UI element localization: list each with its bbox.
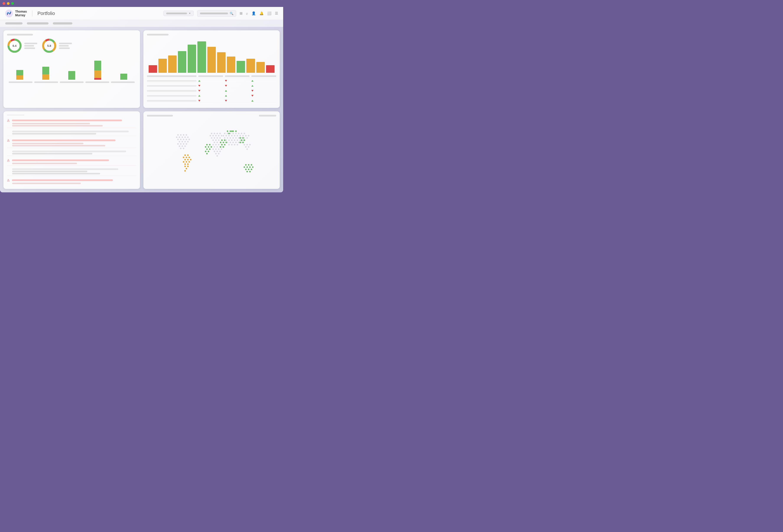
menu-icon[interactable]: ☰ [275,11,278,15]
donut-group-1: 6.4 [7,38,37,53]
svg-point-10 [180,134,181,136]
svg-point-72 [224,137,225,138]
alert-row-main: ⚠ [7,159,136,162]
svg-point-167 [221,144,222,145]
svg-point-80 [246,137,248,138]
alert-row [7,151,136,152]
svg-point-68 [240,135,241,136]
donut-1-value: 6.4 [12,44,17,48]
svg-point-38 [216,133,218,134]
svg-point-94 [228,144,230,145]
svg-point-58 [235,133,237,134]
svg-point-163 [224,139,225,141]
svg-point-164 [220,142,221,143]
svg-point-177 [240,137,241,138]
svg-point-12 [185,134,187,136]
svg-point-99 [215,144,217,145]
svg-point-34 [180,148,181,149]
svg-point-33 [184,145,186,147]
alert-group-5: ⚠ [7,157,136,166]
titlebar [0,0,283,7]
donut-1: 6.4 [7,38,22,53]
svg-point-83 [231,139,232,141]
trend-down-icon [251,95,253,97]
alert-group-3: ⚠ [7,137,136,148]
maximize-button[interactable] [11,2,14,5]
svg-point-23 [179,141,180,143]
svg-point-78 [241,137,242,138]
svg-point-109 [218,148,219,150]
svg-point-9 [177,134,179,136]
user-icon[interactable]: 👤 [252,11,256,15]
svg-point-180 [244,139,245,141]
svg-point-54 [224,133,225,134]
svg-point-155 [208,146,209,148]
search-bar[interactable]: 🔍 [197,10,236,17]
svg-point-134 [249,171,251,173]
svg-point-119 [249,144,251,145]
svg-point-96 [234,144,235,145]
trend-down-icon [225,80,227,82]
overview-card: 6.4 [3,30,140,108]
svg-point-20 [183,138,184,140]
svg-point-81 [225,139,227,141]
subnav-item-2[interactable] [27,22,49,25]
table-row [147,79,277,83]
svg-point-63 [225,135,227,136]
svg-point-144 [185,161,187,163]
svg-point-160 [208,151,209,152]
svg-point-162 [221,139,222,141]
close-button[interactable] [3,2,5,5]
svg-point-135 [184,154,186,156]
company-logo [5,9,13,17]
svg-point-123 [245,164,247,166]
search-icon-nav[interactable]: ⌕ [246,11,248,15]
alert-row [7,131,136,132]
svg-point-49 [212,139,214,141]
alert-group-6 [7,167,136,176]
svg-point-39 [219,133,221,134]
card-tr-header [147,34,277,35]
grid-icon[interactable]: ⊞ [240,11,243,15]
svg-point-140 [184,159,186,160]
svg-point-113 [219,151,221,152]
svg-point-116 [216,155,218,157]
map-svg [147,120,277,185]
trend-up-icon [225,95,227,97]
svg-point-19 [180,138,181,140]
subnav-item-3[interactable] [53,22,72,25]
svg-point-44 [221,135,222,136]
svg-point-171 [229,130,231,132]
window-icon[interactable]: ⬜ [267,11,272,15]
svg-point-76 [235,137,237,138]
svg-point-29 [183,143,184,145]
svg-point-47 [216,137,218,138]
svg-point-157 [206,148,208,150]
svg-point-64 [228,135,230,136]
svg-point-159 [205,151,206,152]
svg-point-125 [251,164,252,166]
svg-point-131 [248,168,249,170]
svg-point-146 [184,163,186,165]
svg-point-129 [252,166,253,168]
svg-point-42 [215,135,217,136]
svg-point-110 [221,148,222,150]
svg-point-37 [214,133,215,134]
svg-point-53 [216,142,218,143]
bell-icon[interactable]: 🔔 [259,11,264,15]
svg-point-126 [244,166,245,168]
svg-point-50 [215,139,217,141]
svg-point-137 [183,157,184,158]
svg-point-46 [214,137,215,138]
bar-item-4 [87,61,109,80]
subnav-item-1[interactable] [5,22,23,25]
filter-dropdown[interactable]: ▼ [163,11,194,16]
svg-point-27 [177,143,179,145]
bars-row [7,56,136,80]
svg-point-61 [244,133,245,134]
minimize-button[interactable] [7,2,9,5]
svg-point-148 [184,166,186,167]
svg-point-67 [237,135,238,136]
svg-point-169 [220,146,221,148]
svg-point-77 [238,137,240,138]
